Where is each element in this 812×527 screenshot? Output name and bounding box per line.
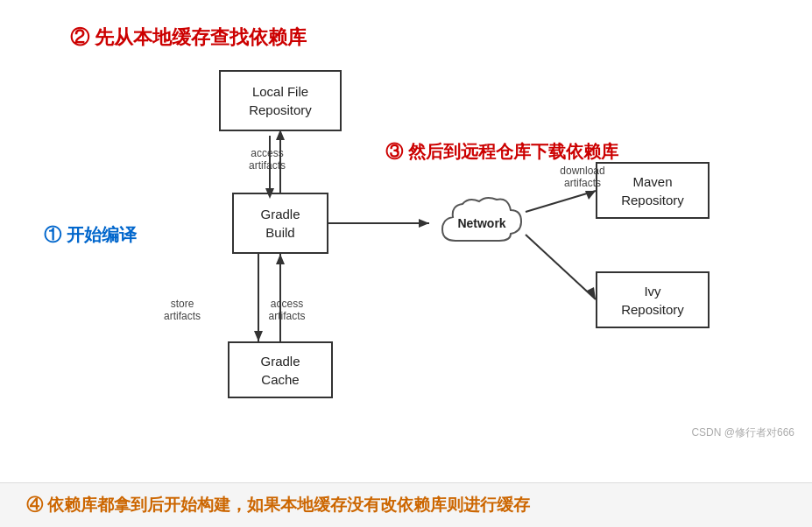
network-label: Network <box>457 216 505 230</box>
watermark: CSDN @修行者对666 <box>691 425 794 440</box>
svg-line-6 <box>526 191 596 212</box>
annotation-1: ② 先从本地缓存查找依赖库 <box>70 25 307 51</box>
network-cloud: Network <box>429 188 534 258</box>
svg-marker-13 <box>276 254 285 264</box>
annotation-3: ③ 然后到远程仓库下载依赖库 <box>385 140 618 164</box>
svg-line-8 <box>526 235 596 299</box>
gradle-build-box: GradleBuild <box>232 193 328 254</box>
bottom-annotation: ④ 依赖库都拿到后开始构建，如果本地缓存没有改依赖库则进行缓存 <box>0 482 812 527</box>
ivy-repo-box: IvyRepository <box>596 271 710 328</box>
access-artifacts-bottom-label: accessartifacts <box>250 298 324 322</box>
diagram-area: ② 先从本地缓存查找依赖库 ③ 然后到远程仓库下载依赖库 ① 开始编译 Loca… <box>0 0 812 482</box>
access-artifacts-top-label: accessartifacts <box>223 147 311 172</box>
download-artifacts-label: downloadartifacts <box>543 165 622 189</box>
main-container: ② 先从本地缓存查找依赖库 ③ 然后到远程仓库下载依赖库 ① 开始编译 Loca… <box>0 0 812 527</box>
gradle-cache-box: GradleCache <box>228 341 333 398</box>
svg-marker-9 <box>587 287 596 299</box>
svg-marker-7 <box>585 191 596 200</box>
store-artifacts-label: storeartifacts <box>147 298 217 322</box>
annotation-2: ① 开始编译 <box>44 223 137 247</box>
svg-marker-11 <box>254 331 263 341</box>
svg-marker-5 <box>419 219 429 228</box>
local-file-repo-box: Local FileRepository <box>219 70 342 131</box>
